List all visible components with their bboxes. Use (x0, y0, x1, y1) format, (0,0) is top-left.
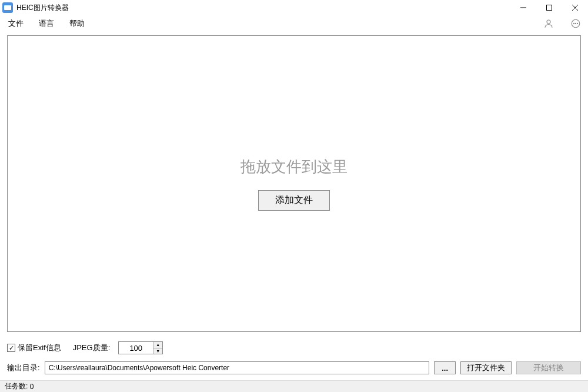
svg-point-4 (547, 20, 550, 24)
svg-point-6 (573, 23, 574, 24)
statusbar: 任务数: 0 (0, 380, 588, 392)
output-dir-label: 输出目录: (7, 363, 40, 373)
options-row: ✓ 保留Exif信息 JPEG质量: ▲ ▼ (7, 341, 581, 354)
window-controls (510, 0, 588, 15)
spinner-up-button[interactable]: ▲ (153, 342, 162, 348)
feedback-icon[interactable] (569, 17, 582, 30)
spinner-down-button[interactable]: ▼ (153, 348, 162, 354)
svg-point-8 (577, 23, 577, 24)
keep-exif-label: 保留Exif信息 (18, 343, 61, 353)
menu-language[interactable]: 语言 (36, 17, 56, 30)
dropzone-text: 拖放文件到这里 (240, 157, 348, 177)
minimize-button[interactable] (510, 0, 536, 15)
task-count-value: 0 (30, 383, 34, 391)
jpeg-quality-spinner: ▲ ▼ (118, 341, 163, 354)
menubar: 文件 语言 帮助 (0, 15, 588, 32)
add-file-button[interactable]: 添加文件 (258, 190, 330, 211)
titlebar: HEIC图片转换器 (0, 0, 588, 15)
output-row: 输出目录: ... 打开文件夹 开始转换 (7, 361, 581, 374)
svg-rect-1 (547, 5, 552, 11)
dropzone[interactable]: 拖放文件到这里 添加文件 (7, 35, 581, 332)
svg-point-7 (575, 23, 576, 24)
menu-help[interactable]: 帮助 (67, 17, 87, 30)
jpeg-quality-label: JPEG质量: (73, 343, 111, 353)
app-icon (2, 2, 13, 13)
app-title: HEIC图片转换器 (16, 3, 510, 13)
jpeg-quality-input[interactable] (119, 342, 153, 354)
close-button[interactable] (562, 0, 588, 15)
browse-button[interactable]: ... (434, 361, 456, 374)
menu-file[interactable]: 文件 (6, 17, 26, 30)
checkbox-icon: ✓ (7, 344, 15, 352)
start-convert-button[interactable]: 开始转换 (516, 361, 581, 374)
output-path-input[interactable] (45, 361, 430, 374)
maximize-button[interactable] (536, 0, 562, 15)
open-folder-button[interactable]: 打开文件夹 (460, 361, 512, 374)
task-count-label: 任务数: (5, 381, 28, 391)
user-icon[interactable] (542, 17, 555, 30)
keep-exif-checkbox[interactable]: ✓ 保留Exif信息 (7, 343, 61, 353)
content-area: 拖放文件到这里 添加文件 ✓ 保留Exif信息 JPEG质量: ▲ ▼ 输出目录… (0, 32, 588, 380)
